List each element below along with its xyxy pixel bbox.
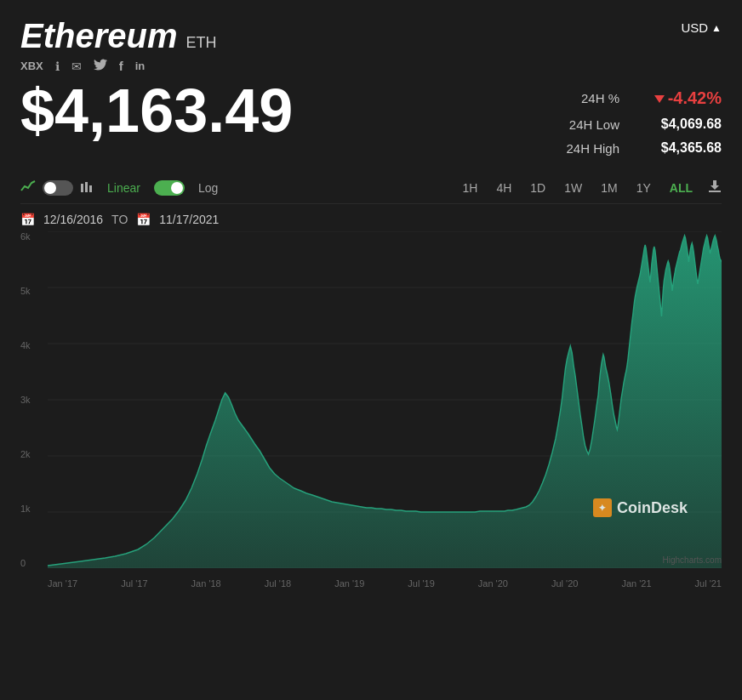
log-linear-toggle[interactable]: [154, 180, 185, 196]
y-label-1k: 1k: [20, 504, 31, 514]
svg-rect-2: [89, 185, 92, 192]
currency-label: USD: [681, 20, 708, 35]
stats-panel: 24H % -4.42% 24H Low $4,069.68 24H High …: [551, 88, 722, 164]
x-label-jan17: Jan '17: [48, 578, 77, 589]
x-axis-labels: Jan '17 Jul '17 Jan '18 Jul '18 Jan '19 …: [48, 578, 722, 589]
x-label-jan21: Jan '21: [621, 578, 651, 589]
x-label-jul17: Jul '17: [121, 578, 147, 589]
change-24h-label: 24H %: [551, 91, 619, 105]
coindesk-icon: ✦: [593, 498, 612, 517]
xbx-label: XBX: [20, 60, 43, 72]
chart-controls: Linear Log 1H 4H 1D 1W 1M 1Y ALL: [20, 179, 722, 204]
email-icon[interactable]: ✉: [71, 60, 82, 73]
x-label-jan18: Jan '18: [191, 578, 221, 589]
y-label-2k: 2k: [20, 449, 31, 459]
info-icon[interactable]: ℹ: [55, 60, 60, 73]
linkedin-icon[interactable]: in: [135, 60, 146, 72]
x-label-jan19: Jan '19: [334, 578, 364, 589]
svg-rect-3: [709, 191, 721, 192]
y-label-4k: 4k: [20, 340, 31, 350]
coindesk-watermark: ✦ CoinDesk: [593, 498, 688, 517]
time-1d[interactable]: 1D: [527, 179, 549, 196]
stat-row-24h-high: 24H High $4,365.68: [551, 140, 722, 156]
coindesk-text: CoinDesk: [617, 499, 688, 517]
to-calendar-icon[interactable]: 📅: [136, 213, 151, 226]
coin-ticker: ETH: [186, 34, 217, 52]
y-axis-labels: 6k 5k 4k 3k 2k 1k 0: [20, 231, 31, 589]
chart-svg-container: ✦ CoinDesk Highcharts.com: [48, 231, 722, 568]
time-1h[interactable]: 1H: [459, 179, 481, 196]
svg-rect-1: [85, 182, 88, 192]
highcharts-credit: Highcharts.com: [663, 555, 722, 565]
down-arrow-icon: [654, 95, 665, 103]
main-price: $4,163.49: [20, 80, 293, 141]
low-24h-value: $4,069.68: [636, 117, 722, 132]
facebook-icon[interactable]: f: [119, 59, 123, 73]
time-1w[interactable]: 1W: [561, 179, 585, 196]
time-all[interactable]: ALL: [666, 179, 696, 196]
to-label: TO: [111, 213, 128, 226]
currency-arrow-icon: ▲: [711, 22, 722, 34]
y-label-6k: 6k: [20, 231, 31, 242]
currency-selector[interactable]: USD ▲: [681, 20, 722, 35]
chart-type-toggle: [20, 180, 94, 196]
change-24h-value: -4.42%: [636, 88, 722, 108]
line-chart-icon[interactable]: [20, 180, 36, 196]
price-section: $4,163.49 24H % -4.42% 24H Low $4,069.68…: [20, 80, 722, 164]
x-label-jul21: Jul '21: [695, 578, 722, 589]
coin-title: Ethereum ETH: [20, 17, 217, 55]
x-label-jul19: Jul '19: [408, 578, 434, 589]
stat-row-24h-low: 24H Low $4,069.68: [551, 117, 722, 132]
linear-label: Linear: [107, 181, 140, 195]
social-row: XBX ℹ ✉ f in: [20, 59, 217, 73]
y-label-3k: 3k: [20, 395, 31, 405]
time-4h[interactable]: 4H: [493, 179, 515, 196]
to-date: 11/17/2021: [159, 213, 219, 226]
y-label-5k: 5k: [20, 286, 31, 296]
low-24h-label: 24H Low: [551, 117, 619, 132]
x-label-jan20: Jan '20: [478, 578, 508, 589]
high-24h-label: 24H High: [551, 141, 619, 156]
high-24h-value: $4,365.68: [636, 140, 722, 156]
from-date: 12/16/2016: [43, 213, 103, 226]
title-area: Ethereum ETH XBX ℹ ✉ f in: [20, 17, 217, 73]
time-1y[interactable]: 1Y: [633, 179, 654, 196]
date-range: 📅 12/16/2016 TO 📅 11/17/2021: [20, 213, 722, 226]
x-label-jul18: Jul '18: [265, 578, 291, 589]
twitter-icon[interactable]: [94, 59, 107, 73]
download-icon[interactable]: [708, 179, 722, 196]
time-controls: 1H 4H 1D 1W 1M 1Y ALL: [459, 179, 722, 196]
price-chart-svg: [48, 231, 722, 568]
time-1m[interactable]: 1M: [597, 179, 620, 196]
bar-chart-icon[interactable]: [80, 180, 94, 196]
chart-area: 6k 5k 4k 3k 2k 1k 0: [20, 231, 722, 589]
coin-name: Ethereum: [20, 17, 178, 55]
log-label: Log: [198, 181, 218, 195]
from-calendar-icon[interactable]: 📅: [20, 213, 35, 226]
stat-row-24h-pct: 24H % -4.42%: [551, 88, 722, 108]
y-label-0: 0: [20, 558, 31, 568]
svg-rect-0: [81, 184, 83, 192]
x-label-jul20: Jul '20: [551, 578, 578, 589]
line-bar-toggle[interactable]: [43, 180, 73, 196]
header: Ethereum ETH XBX ℹ ✉ f in USD ▲: [20, 17, 722, 73]
